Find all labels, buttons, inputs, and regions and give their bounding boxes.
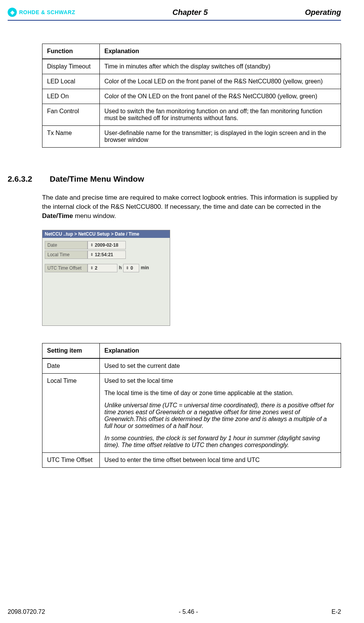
table-row: Fan Control Used to switch the fan monit… (42, 104, 341, 126)
explanation-cell: Used to set the current date (100, 358, 341, 374)
date-value: ⇕ 2009-02-18 (88, 241, 126, 249)
utc-hours-value: ⇕ 2 (88, 264, 117, 272)
logo-icon: ◈ (8, 8, 17, 17)
logo-text: ROHDE & SCHWARZ (19, 9, 75, 15)
table2-header-explanation: Explanation (100, 343, 341, 359)
utc-offset-label: UTC Time Offset (45, 264, 88, 272)
setting-cell: Local Time (42, 374, 100, 453)
spinner-icon: ⇕ (90, 243, 93, 247)
function-cell: Tx Name (42, 126, 100, 148)
explanation-cell: Used to switch the fan monitoring functi… (100, 104, 341, 126)
explanation-cell: Used to enter the time offset between lo… (100, 453, 341, 468)
explanation-cell: Time in minutes after which the display … (100, 59, 341, 74)
function-cell: LED Local (42, 74, 100, 89)
section-heading: 2.6.3.2 Date/Time Menu Window (8, 174, 341, 184)
utc-minutes-value: ⇕ 0 (123, 264, 139, 272)
footer-right: E-2 (332, 608, 341, 615)
spinner-icon: ⇕ (90, 266, 93, 270)
explanation-cell: User-definable name for the transmitter;… (100, 126, 341, 148)
function-cell: Fan Control (42, 104, 100, 126)
table1-header-function: Function (42, 44, 100, 59)
section-title: Date/Time Menu Window (50, 174, 144, 184)
localtime-label: Local Time (45, 251, 88, 259)
function-table: Function Explanation Display Timeout Tim… (42, 44, 341, 148)
spinner-icon: ⇕ (126, 266, 129, 270)
settings-table: Setting item Explanation Date Used to se… (42, 343, 341, 468)
table-row: LED On Color of the ON LED on the front … (42, 89, 341, 104)
footer-center: - 5.46 - (179, 608, 198, 615)
footer-left: 2098.0720.72 (8, 608, 45, 615)
table-row: Tx Name User-definable name for the tran… (42, 126, 341, 148)
function-cell: Display Timeout (42, 59, 100, 74)
table-row: Local Time Used to set the local time Th… (42, 374, 341, 453)
table-row: Date Used to set the current date (42, 358, 341, 374)
table1-header-explanation: Explanation (100, 44, 341, 59)
section-label: Operating (305, 8, 341, 17)
page-footer: 2098.0720.72 - 5.46 - E-2 (8, 608, 341, 615)
localtime-value: ⇕ 12:54:21 (88, 251, 126, 259)
spinner-icon: ⇕ (90, 253, 93, 257)
datetime-screenshot: NetCCU ..tup > NetCCU Setup > Date / Tim… (42, 230, 170, 326)
screenshot-titlebar: NetCCU ..tup > NetCCU Setup > Date / Tim… (42, 230, 170, 238)
chapter-label: Chapter 5 (172, 8, 208, 17)
setting-cell: Date (42, 358, 100, 374)
explanation-cell: Color of the ON LED on the front panel o… (100, 89, 341, 104)
table-row: UTC Time Offset Used to enter the time o… (42, 453, 341, 468)
page-header: ◈ ROHDE & SCHWARZ Chapter 5 Operating (8, 8, 341, 21)
section-number: 2.6.3.2 (8, 174, 38, 184)
function-cell: LED On (42, 89, 100, 104)
table-row: Display Timeout Time in minutes after wh… (42, 59, 341, 74)
table2-header-setting: Setting item (42, 343, 100, 359)
explanation-cell: Used to set the local time The local tim… (100, 374, 341, 453)
section-paragraph: The date and precise time are required t… (42, 193, 341, 220)
setting-cell: UTC Time Offset (42, 453, 100, 468)
hours-unit: h (117, 264, 123, 272)
table-row: LED Local Color of the Local LED on the … (42, 74, 341, 89)
explanation-cell: Color of the Local LED on the front pane… (100, 74, 341, 89)
minutes-unit: min (139, 264, 150, 272)
date-label: Date (45, 241, 88, 249)
brand-logo: ◈ ROHDE & SCHWARZ (8, 8, 75, 17)
